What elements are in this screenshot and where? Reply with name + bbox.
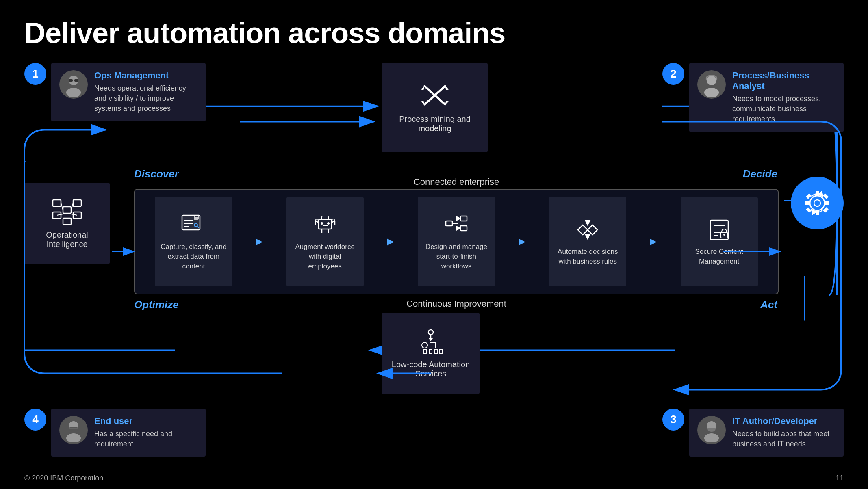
- svg-rect-86: [806, 207, 812, 213]
- workflow-label: Design and manage start-to-finish workfl…: [423, 242, 490, 271]
- robot-icon: [312, 212, 338, 238]
- svg-rect-93: [74, 79, 78, 82]
- ops-text: Ops Management Needs operational efficie…: [94, 70, 197, 114]
- svg-point-78: [810, 196, 825, 210]
- svg-point-95: [704, 88, 719, 97]
- rules-icon: [575, 217, 601, 243]
- svg-marker-76: [434, 349, 437, 353]
- enduser-desc: Has a specific need and requirement: [94, 429, 197, 449]
- workflow-icon: [443, 212, 469, 238]
- svg-line-6: [784, 248, 829, 295]
- ops-avatar: [59, 70, 88, 99]
- svg-point-36: [327, 222, 330, 225]
- enduser-card: End user Has a specific need and require…: [51, 409, 206, 457]
- low-code-box: Low-code Automation Services: [382, 313, 480, 394]
- it-desc: Needs to build apps that meet business a…: [732, 429, 835, 449]
- svg-marker-74: [424, 349, 427, 353]
- it-text: IT Author/Developer Needs to build apps …: [732, 416, 835, 449]
- svg-line-15: [71, 203, 73, 210]
- svg-point-90: [66, 88, 81, 97]
- svg-point-35: [321, 222, 323, 225]
- svg-point-72: [422, 342, 427, 348]
- ops-name: Ops Management: [94, 70, 197, 81]
- persona-enduser-group: 4 End user Has a specifi: [24, 409, 206, 457]
- svg-point-46: [316, 219, 318, 221]
- svg-point-94: [707, 76, 716, 85]
- svg-rect-80: [816, 191, 819, 196]
- capture-label: Capture, classify, and extract data from…: [160, 242, 227, 271]
- enduser-name: End user: [94, 416, 197, 426]
- page-number: 11: [835, 474, 844, 483]
- svg-point-97: [66, 433, 81, 442]
- step-workflow: Design and manage start-to-finish workfl…: [418, 197, 495, 286]
- bottom-row: 4 End user Has a specifi: [24, 409, 844, 457]
- analyst-avatar: [697, 70, 726, 99]
- lowcode-icon: [417, 328, 445, 357]
- footer: © 2020 IBM Corporation 11: [24, 474, 844, 483]
- op-intel-icon: [51, 198, 83, 226]
- analyst-card: Process/Business Analyst Needs to model …: [689, 63, 844, 132]
- secure-icon: [706, 217, 732, 243]
- slide-title: Deliver automation across domains: [24, 16, 844, 50]
- svg-marker-57: [578, 225, 588, 235]
- svg-rect-11: [63, 207, 71, 213]
- step-augment: Augment workforce with digital employees: [286, 197, 364, 286]
- svg-rect-84: [806, 193, 812, 199]
- enduser-avatar: [59, 416, 88, 444]
- ops-card: Ops Management Needs operational efficie…: [51, 63, 206, 121]
- svg-rect-9: [73, 200, 81, 206]
- svg-marker-75: [429, 349, 432, 353]
- automate-label: Automate decisions with business rules: [554, 247, 621, 266]
- svg-rect-82: [805, 201, 810, 205]
- svg-rect-49: [460, 216, 467, 221]
- analyst-text: Process/Business Analyst Needs to model …: [732, 70, 835, 125]
- op-intel-label: Operational Intelligence: [31, 230, 103, 249]
- gear-circle: [791, 177, 844, 229]
- arrow-4: ►: [648, 235, 659, 248]
- arrow-2: ►: [385, 235, 396, 248]
- step-capture: Capture, classify, and extract data from…: [155, 197, 232, 286]
- augment-label: Augment workforce with digital employees: [291, 242, 359, 271]
- number-2: 2: [662, 63, 684, 85]
- enduser-text: End user Has a specific need and require…: [94, 416, 197, 449]
- main-diagram: Operational Intelligence Process mining …: [24, 63, 844, 457]
- svg-rect-50: [460, 226, 467, 231]
- continuous-label: Continuous Improvement: [134, 299, 779, 309]
- it-card: IT Author/Developer Needs to build apps …: [689, 409, 844, 457]
- number-4: 4: [24, 409, 46, 431]
- process-steps: Capture, classify, and extract data from…: [138, 191, 775, 292]
- svg-marker-58: [588, 225, 597, 235]
- number-1: 1: [24, 63, 46, 85]
- step-secure: Secure Content Management: [681, 197, 758, 286]
- ops-desc: Needs operational efficiency and visibil…: [94, 83, 197, 114]
- step-automate: Automate decisions with business rules: [549, 197, 626, 286]
- svg-rect-92: [69, 79, 73, 82]
- svg-line-16: [57, 213, 67, 215]
- svg-marker-77: [440, 349, 442, 353]
- svg-point-68: [723, 234, 725, 236]
- svg-rect-85: [823, 193, 829, 199]
- svg-marker-71: [429, 338, 433, 341]
- svg-point-101: [704, 433, 719, 442]
- svg-rect-87: [823, 207, 829, 213]
- arrow-3: ►: [516, 235, 528, 248]
- svg-point-69: [428, 330, 433, 335]
- it-name: IT Author/Developer: [732, 416, 835, 426]
- persona-ops-group: 1 Ops Management: [24, 63, 206, 121]
- number-3: 3: [662, 409, 684, 431]
- svg-marker-73: [430, 342, 435, 348]
- capture-icon: [180, 212, 206, 238]
- svg-rect-81: [816, 210, 819, 215]
- analyst-name: Process/Business Analyst: [732, 70, 835, 91]
- svg-rect-98: [69, 427, 78, 431]
- svg-rect-34: [319, 219, 332, 229]
- it-avatar: [697, 416, 726, 444]
- slide: Deliver automation across domains: [0, 0, 868, 489]
- svg-rect-48: [446, 221, 452, 226]
- connected-label: Connected enterprise: [134, 177, 779, 187]
- svg-point-79: [814, 200, 820, 206]
- arrow-1: ►: [254, 235, 265, 248]
- svg-rect-8: [53, 200, 61, 206]
- svg-rect-13: [63, 218, 71, 225]
- secure-label: Secure Content Management: [686, 247, 753, 266]
